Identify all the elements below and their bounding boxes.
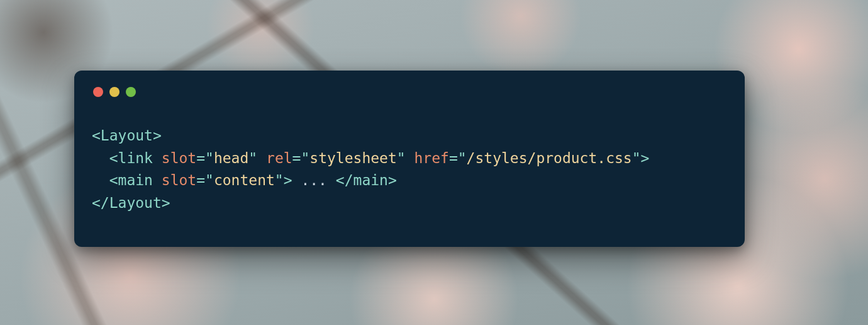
- code-line-4: </Layout>: [92, 195, 170, 211]
- minimize-icon[interactable]: [109, 87, 120, 97]
- code-line-2: <link slot="head" rel="stylesheet" href=…: [92, 150, 649, 166]
- code-block: <Layout> <link slot="head" rel="styleshe…: [92, 125, 727, 215]
- code-line-1: <Layout>: [92, 127, 162, 144]
- maximize-icon[interactable]: [126, 87, 136, 97]
- code-window: <Layout> <link slot="head" rel="styleshe…: [74, 71, 745, 247]
- window-traffic-lights: [93, 87, 727, 97]
- close-icon[interactable]: [93, 87, 103, 97]
- code-line-3: <main slot="content"> ... </main>: [92, 172, 397, 188]
